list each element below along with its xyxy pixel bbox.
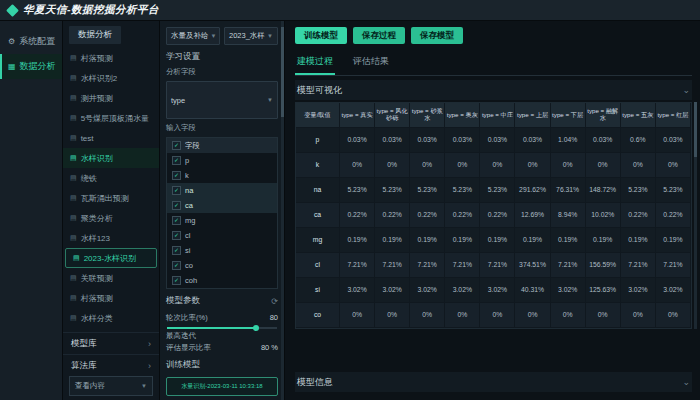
- scrollbar-thumb[interactable]: [281, 27, 284, 117]
- project-select[interactable]: 水量及补给 ▼: [166, 27, 220, 45]
- model-info-bar[interactable]: 模型信息 ⌄: [295, 372, 692, 392]
- table-header-cell: 变量/取值: [296, 103, 340, 128]
- table-cell: 3.02%: [445, 278, 480, 303]
- nav-item-list: ▤村落预测▤水样识别2▤测井预测▤5号煤层顶板涌水量▤test▤水样识别▤绕铁▤…: [63, 47, 159, 332]
- checkbox-icon[interactable]: ✓: [172, 261, 181, 270]
- row-label-cell: na: [296, 178, 340, 203]
- table-cell: 0%: [586, 153, 621, 178]
- brand-logo-icon: [6, 4, 19, 17]
- nav-item[interactable]: ▤水样识别2: [63, 68, 159, 88]
- row-label-cell: mg: [296, 228, 340, 253]
- nav-item[interactable]: ▤瓦斯涌出预测: [63, 188, 159, 208]
- table-cell: 7.21%: [445, 253, 480, 278]
- document-icon: ▤: [70, 154, 77, 162]
- train-model-button[interactable]: 训练模型: [295, 27, 347, 44]
- field-row[interactable]: ✓k: [167, 168, 277, 183]
- section-model-library[interactable]: 模型库›: [63, 332, 159, 354]
- tab-evaluation-result[interactable]: 评估结果: [351, 51, 391, 75]
- table-header-cell: type = 砂浆水: [410, 103, 445, 128]
- panel-scrollbar[interactable]: [281, 21, 284, 400]
- table-header-cell: type = 红层: [656, 103, 691, 128]
- field-row[interactable]: ✓co: [167, 258, 277, 273]
- sidebar-item[interactable]: ▦数据分析: [0, 54, 62, 79]
- table-cell: 8.94%: [551, 203, 586, 228]
- table-cell: 0%: [551, 153, 586, 178]
- nav-item[interactable]: ▤村落预测: [63, 288, 159, 308]
- sample-select[interactable]: 2023_水样 ▼: [224, 27, 278, 45]
- table-cell: 0.03%: [586, 128, 621, 153]
- nav-item[interactable]: ▤关联预测: [63, 268, 159, 288]
- select-all-checkbox-icon[interactable]: ✓: [172, 141, 181, 150]
- field-row[interactable]: ✓p: [167, 153, 277, 168]
- param-value[interactable]: 80: [270, 313, 278, 323]
- field-row[interactable]: ✓si: [167, 243, 277, 258]
- model-params-title: 模型参数 ⟳: [166, 295, 278, 307]
- field-row[interactable]: ✓na: [167, 183, 277, 198]
- scrollbar-thumb[interactable]: [694, 102, 697, 157]
- checkbox-icon[interactable]: ✓: [172, 216, 181, 225]
- field-row[interactable]: ✓ca: [167, 198, 277, 213]
- param-label: 轮次比率(%): [166, 313, 208, 323]
- process-tabs: 建模过程评估结果: [295, 51, 692, 76]
- table-cell: 0.19%: [340, 228, 375, 253]
- table-header-cell: type = 风化砂砾: [375, 103, 410, 128]
- app-window: 华夏天信-数据挖掘分析平台 ⚙系统配置▦数据分析 数据分析 ▤村落预测▤水样识别…: [0, 0, 700, 400]
- checkbox-icon[interactable]: ✓: [172, 201, 181, 210]
- checkbox-icon[interactable]: ✓: [172, 231, 181, 240]
- slider-knob[interactable]: [253, 325, 259, 331]
- checkbox-icon[interactable]: ✓: [172, 156, 181, 165]
- view-content-dropdown[interactable]: 查看内容 ▼: [69, 376, 153, 396]
- field-row[interactable]: ✓mg: [167, 213, 277, 228]
- table-cell: 0%: [656, 303, 691, 328]
- nav-item[interactable]: ▤村落预测: [63, 48, 159, 68]
- refresh-icon[interactable]: ⟳: [271, 297, 278, 306]
- tab-data-analysis[interactable]: 数据分析: [69, 26, 121, 44]
- nav-item[interactable]: ▤水样识别: [63, 148, 159, 168]
- table-scrollbar[interactable]: [694, 102, 697, 329]
- nav-item[interactable]: ▤绕铁: [63, 168, 159, 188]
- analysis-field-select[interactable]: type ▼: [166, 81, 278, 119]
- field-label: mg: [185, 216, 195, 225]
- nav-item[interactable]: ▤聚类分析: [63, 208, 159, 228]
- save-model-button[interactable]: 保存模型: [411, 27, 463, 44]
- field-row[interactable]: ✓coh: [167, 273, 277, 288]
- nav-item[interactable]: ▤5号煤层顶板涌水量: [63, 108, 159, 128]
- nav-item[interactable]: ▤test: [63, 128, 159, 148]
- param-slider[interactable]: [167, 327, 277, 329]
- table-row: co0%0%0%0%0%0%0%0%0%0%: [296, 303, 691, 328]
- table-row: mg0.19%0.19%0.19%0.19%0.19%0.19%0.19%0.1…: [296, 228, 691, 253]
- nav-item[interactable]: ▤测井预测: [63, 88, 159, 108]
- checkbox-icon[interactable]: ✓: [172, 246, 181, 255]
- nav-item[interactable]: ▤2023-水样识别: [65, 248, 157, 268]
- nav-item[interactable]: ▤水样分类: [63, 308, 159, 328]
- nav-item-label: 村落预测: [81, 53, 113, 64]
- nav-item-label: 绕铁: [81, 173, 97, 184]
- table-row: na5.23%5.23%5.23%5.23%5.23%291.62%76.31%…: [296, 178, 691, 203]
- document-icon: ▤: [70, 234, 77, 242]
- model-visualization-bar[interactable]: 模型可视化 ⌄: [295, 80, 692, 100]
- table-cell: 0.19%: [410, 228, 445, 253]
- chevron-down-icon: ⌄: [682, 85, 690, 95]
- sidebar-item[interactable]: ⚙系统配置: [0, 29, 62, 54]
- model-table: 变量/取值type = 真实type = 风化砂砾type = 砂浆水type …: [295, 102, 692, 329]
- param-value[interactable]: 80 %: [261, 343, 278, 353]
- tab-modeling-process[interactable]: 建模过程: [295, 51, 335, 75]
- checkbox-icon[interactable]: ✓: [172, 276, 181, 285]
- table-cell: 0.03%: [656, 128, 691, 153]
- nav-item-label: 村落预测: [81, 293, 113, 304]
- field-row[interactable]: ✓cl: [167, 228, 277, 243]
- table-cell: 5.23%: [410, 178, 445, 203]
- trained-model-chip[interactable]: 水量识别-2023-03-11 10:33:18: [166, 377, 278, 396]
- document-icon: ▤: [70, 314, 77, 322]
- checkbox-icon[interactable]: ✓: [172, 171, 181, 180]
- table-cell: 0%: [586, 303, 621, 328]
- table-cell: 0.19%: [656, 228, 691, 253]
- chevron-right-icon: ›: [148, 339, 151, 349]
- save-process-button[interactable]: 保存过程: [353, 27, 405, 44]
- table-row: cl7.21%7.21%7.21%7.21%7.21%374.51%7.21%1…: [296, 253, 691, 278]
- model-info-label: 模型信息: [297, 376, 333, 389]
- nav-item[interactable]: ▤水样123: [63, 228, 159, 248]
- document-icon: ▤: [70, 174, 77, 182]
- checkbox-icon[interactable]: ✓: [172, 186, 181, 195]
- section-algorithm-library[interactable]: 算法库›: [63, 354, 159, 376]
